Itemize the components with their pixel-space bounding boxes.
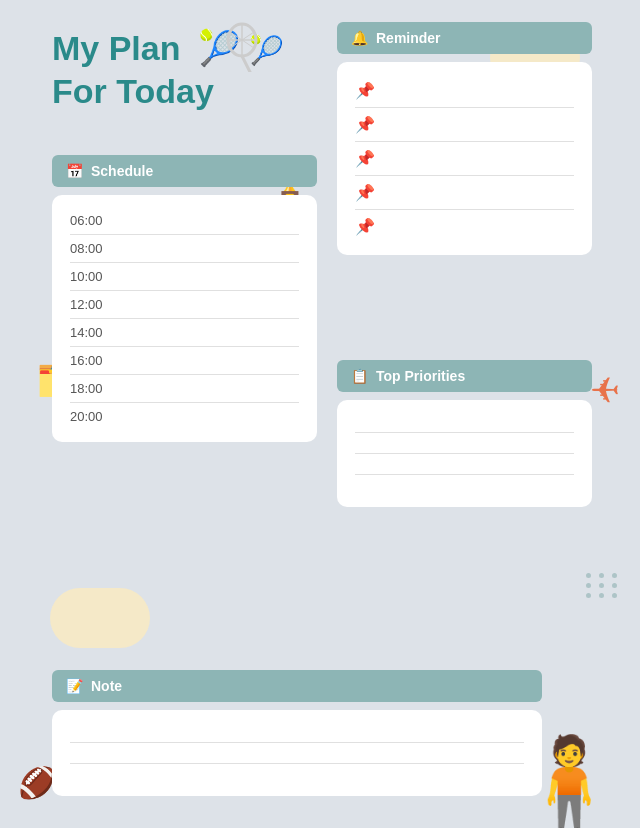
- schedule-section: 📅 Schedule 06:00 08:00 10:00 12:00 14:00…: [52, 155, 317, 442]
- priorities-label: Top Priorities: [376, 368, 465, 384]
- header-line2: For Today: [52, 72, 214, 110]
- schedule-icon: 📅: [66, 163, 83, 179]
- bell-icon: 🔔: [351, 30, 368, 46]
- time-row-2000: 20:00: [70, 403, 299, 430]
- note-row-3: [70, 764, 524, 784]
- priorities-box: [337, 400, 592, 507]
- note-row-1: [70, 722, 524, 743]
- time-row-0800: 08:00: [70, 235, 299, 263]
- pin-icon-1: 📌: [355, 81, 375, 100]
- svg-line-5: [242, 56, 250, 72]
- time-1400: 14:00: [70, 325, 103, 340]
- pin-item-5: 📌: [355, 210, 574, 243]
- priority-row-1: [355, 412, 574, 433]
- plane-decoration: ✈: [590, 370, 620, 412]
- time-1600: 16:00: [70, 353, 103, 368]
- priorities-header: 📋 Top Priorities: [337, 360, 592, 392]
- header-line1: My Plan: [52, 29, 180, 67]
- priority-row-3: [355, 454, 574, 475]
- time-1000: 10:00: [70, 269, 103, 284]
- note-section: 📝 Note: [52, 670, 542, 796]
- cloud-decoration-bottom: [50, 588, 150, 648]
- time-2000: 20:00: [70, 409, 103, 424]
- time-row-1400: 14:00: [70, 319, 299, 347]
- time-row-1800: 18:00: [70, 375, 299, 403]
- pin-item-4: 📌: [355, 176, 574, 210]
- schedule-box: 06:00 08:00 10:00 12:00 14:00 16:00 18:0…: [52, 195, 317, 442]
- note-label: Note: [91, 678, 122, 694]
- priority-row-4: [355, 475, 574, 495]
- football-decoration: 🏈: [18, 765, 55, 800]
- reminder-header: 🔔 Reminder: [337, 22, 592, 54]
- note-icon: 📝: [66, 678, 83, 694]
- pin-item-2: 📌: [355, 108, 574, 142]
- note-header: 📝 Note: [52, 670, 542, 702]
- time-row-0600: 06:00: [70, 207, 299, 235]
- pin-icon-2: 📌: [355, 115, 375, 134]
- dots-decoration-right: [586, 573, 620, 598]
- time-row-1200: 12:00: [70, 291, 299, 319]
- pin-icon-4: 📌: [355, 183, 375, 202]
- time-0800: 08:00: [70, 241, 103, 256]
- schedule-header: 📅 Schedule: [52, 155, 317, 187]
- reminder-section: 🔔 Reminder 📌 📌 📌 📌 📌: [337, 22, 592, 255]
- note-row-2: [70, 743, 524, 764]
- pin-item-1: 📌: [355, 74, 574, 108]
- note-box: [52, 710, 542, 796]
- racket-decoration: [220, 22, 270, 76]
- reminder-box: 📌 📌 📌 📌 📌: [337, 62, 592, 255]
- time-row-1000: 10:00: [70, 263, 299, 291]
- priority-row-2: [355, 433, 574, 454]
- priorities-section: 📋 Top Priorities: [337, 360, 592, 507]
- pin-icon-5: 📌: [355, 217, 375, 236]
- time-row-1600: 16:00: [70, 347, 299, 375]
- reminder-label: Reminder: [376, 30, 441, 46]
- list-icon: 📋: [351, 368, 368, 384]
- time-1800: 18:00: [70, 381, 103, 396]
- pin-item-3: 📌: [355, 142, 574, 176]
- time-0600: 06:00: [70, 213, 103, 228]
- pin-icon-3: 📌: [355, 149, 375, 168]
- time-1200: 12:00: [70, 297, 103, 312]
- schedule-label: Schedule: [91, 163, 153, 179]
